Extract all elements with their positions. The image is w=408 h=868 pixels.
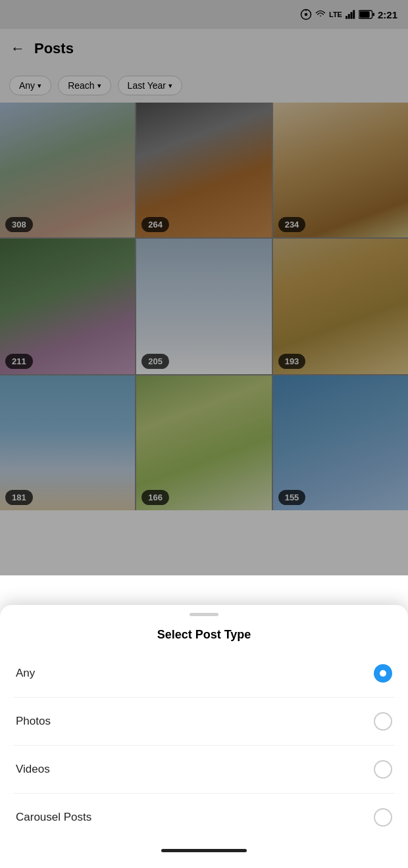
chevron-down-icon: ▾ bbox=[168, 82, 172, 90]
grid-item[interactable]: 155 bbox=[273, 375, 408, 510]
filter-reach-button[interactable]: Reach ▾ bbox=[58, 76, 111, 95]
post-count: 308 bbox=[5, 217, 33, 232]
post-count: 193 bbox=[278, 354, 306, 369]
option-photos[interactable]: Photos bbox=[13, 698, 395, 746]
filter-type-button[interactable]: Any ▾ bbox=[9, 76, 51, 95]
post-count: 166 bbox=[141, 490, 169, 505]
back-button[interactable]: ← bbox=[11, 40, 25, 57]
filter-period-button[interactable]: Last Year ▾ bbox=[118, 76, 182, 95]
signal-icon bbox=[345, 10, 355, 19]
status-icons: LTE 2:21 bbox=[300, 9, 397, 20]
lte-label: LTE bbox=[329, 11, 342, 18]
grid-item[interactable]: 193 bbox=[273, 239, 408, 374]
post-count: 234 bbox=[278, 217, 306, 232]
option-carousel[interactable]: Carousel Posts bbox=[13, 794, 395, 841]
header: ← Posts bbox=[0, 29, 408, 68]
post-count: 211 bbox=[5, 354, 33, 369]
post-count: 264 bbox=[141, 217, 169, 232]
chevron-down-icon: ▾ bbox=[38, 82, 41, 90]
radio-videos[interactable] bbox=[374, 760, 392, 779]
post-count: 181 bbox=[5, 490, 33, 505]
chevron-down-icon: ▾ bbox=[97, 82, 101, 90]
grid-item[interactable]: 205 bbox=[136, 239, 271, 374]
status-time: 2:21 bbox=[378, 9, 397, 20]
sheet-options: Any Photos Videos Carousel Posts bbox=[0, 650, 408, 841]
battery-icon bbox=[359, 10, 374, 19]
sheet-handle bbox=[190, 613, 218, 616]
radio-photos[interactable] bbox=[374, 712, 392, 731]
svg-rect-9 bbox=[372, 12, 374, 16]
svg-rect-5 bbox=[350, 12, 352, 19]
grid-item[interactable]: 166 bbox=[136, 375, 271, 510]
svg-rect-3 bbox=[345, 16, 347, 19]
svg-rect-6 bbox=[353, 10, 355, 19]
svg-point-1 bbox=[305, 13, 308, 16]
radio-inner bbox=[380, 670, 386, 677]
option-any[interactable]: Any bbox=[13, 650, 395, 698]
grid-item[interactable]: 308 bbox=[0, 103, 135, 237]
option-any-label: Any bbox=[16, 667, 35, 680]
status-bar: LTE 2:21 bbox=[0, 0, 408, 29]
page-title: Posts bbox=[34, 40, 74, 57]
svg-rect-8 bbox=[359, 11, 369, 17]
radio-carousel[interactable] bbox=[374, 808, 392, 827]
post-count: 205 bbox=[141, 354, 169, 369]
post-count: 155 bbox=[278, 490, 306, 505]
grid-item[interactable]: 234 bbox=[273, 103, 408, 237]
grid-item[interactable]: 181 bbox=[0, 375, 135, 510]
bottom-sheet: Select Post Type Any Photos Videos Carou… bbox=[0, 605, 408, 868]
grid-item[interactable]: 211 bbox=[0, 239, 135, 374]
bottom-bar bbox=[0, 841, 408, 852]
posts-grid: 308 264 234 211 205 193 181 166 155 bbox=[0, 103, 408, 510]
sheet-title: Select Post Type bbox=[0, 616, 408, 650]
radio-any[interactable] bbox=[374, 664, 392, 683]
option-photos-label: Photos bbox=[16, 715, 51, 728]
option-carousel-label: Carousel Posts bbox=[16, 811, 91, 824]
option-videos[interactable]: Videos bbox=[13, 746, 395, 794]
svg-rect-4 bbox=[348, 14, 350, 19]
home-indicator bbox=[161, 849, 247, 852]
wifi-icon bbox=[315, 10, 326, 19]
filter-bar: Any ▾ Reach ▾ Last Year ▾ bbox=[0, 68, 408, 103]
option-videos-label: Videos bbox=[16, 763, 50, 776]
location-icon bbox=[300, 9, 312, 20]
grid-item[interactable]: 264 bbox=[136, 103, 271, 237]
sheet-handle-wrap bbox=[0, 605, 408, 616]
